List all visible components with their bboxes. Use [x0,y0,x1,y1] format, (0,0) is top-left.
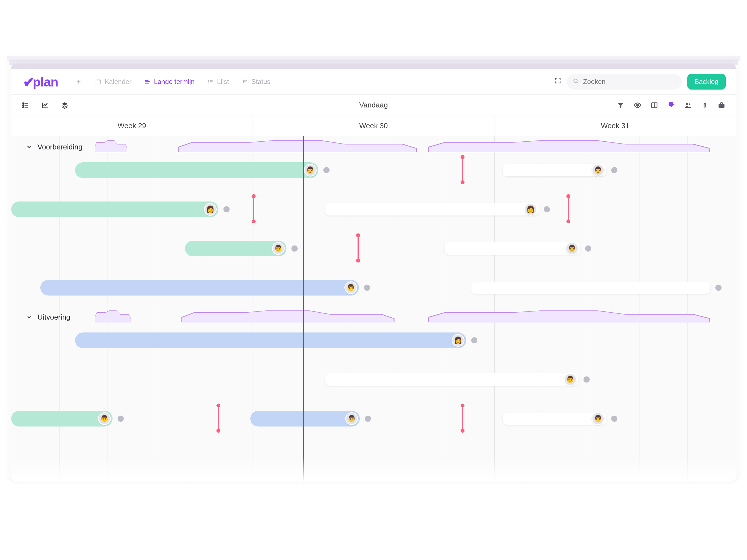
nav-calendar[interactable]: Kalender [95,78,132,86]
svg-point-11 [637,104,639,106]
nav-item-label: Lijst [217,78,229,86]
task-bar[interactable]: 👨 [185,241,286,256]
board-icon [241,78,249,85]
assignee-avatar[interactable]: 👩 [204,203,217,216]
group-header[interactable]: Voorbereiding [11,139,736,155]
group-header[interactable]: Uitvoering [11,309,736,325]
svg-rect-19 [719,104,725,108]
deadline-pin[interactable] [358,235,359,261]
status-dot[interactable] [611,167,617,173]
svg-point-3 [209,83,209,83]
app-logo[interactable]: ✔ plan [23,74,58,90]
deadline-pin[interactable] [253,196,254,222]
week-column[interactable]: Week 29 [11,116,253,136]
fullscreen-icon[interactable] [554,77,561,86]
chevron-down-icon [26,314,32,320]
filter-icon[interactable] [617,101,625,109]
assignee-avatar[interactable]: 👨 [304,164,317,177]
svg-rect-4 [243,79,244,83]
assignee-avatar[interactable]: 👨 [344,281,357,294]
deadline-pin[interactable] [568,196,569,222]
svg-point-13 [686,103,688,105]
task-bar[interactable]: 👩 [75,332,466,348]
puzzle-icon[interactable] [667,101,675,109]
eye-icon[interactable] [633,101,642,109]
svg-point-10 [23,107,24,108]
task-bar[interactable]: 👨 [75,162,318,178]
task-bar[interactable]: 👩 [325,203,539,215]
svg-rect-0 [96,80,101,84]
svg-point-18 [704,106,705,107]
deadline-pin[interactable] [218,405,219,431]
nav-list[interactable]: Lijst [207,78,229,86]
svg-point-2 [209,81,209,82]
svg-point-17 [704,105,705,106]
nav-item-label: Status [252,78,271,86]
nav-status[interactable]: Status [241,78,271,86]
nav-item-label: Kalender [105,78,132,86]
task-bar[interactable]: 👨 [503,412,606,425]
assignee-avatar[interactable]: 👩 [524,203,537,216]
list-icon [207,78,214,85]
chevron-down-icon [26,144,32,150]
chart-icon[interactable] [41,101,49,109]
assignee-avatar[interactable]: 👨 [592,164,604,177]
group-name: Voorbereiding [37,143,82,152]
task-bar[interactable]: 👨 [11,411,112,427]
checklist-icon[interactable] [21,101,30,109]
app-window: ✔ plan Kalender Lange termijn Lijst [11,64,736,482]
svg-point-16 [704,104,705,104]
assignee-avatar[interactable]: 👨 [592,412,604,425]
today-button[interactable]: Vandaag [359,101,388,109]
deadline-pin[interactable] [462,405,463,431]
nav-item-label: Lange termijn [154,78,195,86]
svg-point-1 [209,80,209,81]
search-input[interactable] [583,78,675,86]
task-bar[interactable]: 👨 [325,373,579,385]
status-dot[interactable] [365,416,371,422]
now-indicator [303,136,304,482]
task-bar[interactable]: 👨 [503,164,606,176]
logo-text: plan [33,75,58,89]
window-titlebar [11,64,736,69]
traffic-icon[interactable] [700,101,709,109]
assignee-avatar[interactable]: 👨 [98,412,111,425]
timeline-canvas[interactable]: Voorbereiding 👨👨👩👩👨👨👨 Uitvoering 👩👨👨👨👨 [11,136,736,482]
columns-icon[interactable] [650,101,659,109]
group-name: Uitvoering [37,313,70,322]
assignee-avatar[interactable]: 👨 [272,242,285,255]
search-icon [572,78,579,86]
briefcase-icon[interactable] [717,101,726,109]
week-column[interactable]: Week 31 [494,116,736,136]
assignee-avatar[interactable]: 👩 [452,334,464,347]
task-bar[interactable] [471,282,710,294]
task-bar[interactable]: 👨 [250,411,360,427]
svg-point-7 [574,79,577,82]
layers-icon[interactable] [60,101,69,109]
svg-rect-5 [244,79,246,82]
plus-icon [75,78,82,85]
nav-long-term[interactable]: Lange termijn [144,78,195,86]
week-column[interactable]: Week 30 [253,116,494,136]
task-bar[interactable]: 👩 [11,202,218,217]
task-bar[interactable]: 👨 [40,280,359,296]
status-dot[interactable] [585,245,591,251]
assignee-avatar[interactable]: 👨 [564,373,577,386]
team-icon[interactable] [684,101,692,109]
svg-rect-6 [246,79,247,81]
status-dot[interactable] [611,416,617,422]
nav-add-button[interactable] [75,78,82,85]
logo-check-icon: ✔ [23,74,34,90]
search-field[interactable] [567,74,682,89]
backlog-button[interactable]: Backlog [687,74,726,89]
status-dot[interactable] [544,206,550,212]
assignee-avatar[interactable]: 👨 [566,242,578,255]
task-bar[interactable]: 👨 [445,242,580,255]
status-dot[interactable] [224,206,230,212]
lines-icon [144,78,151,85]
calendar-icon [95,78,102,85]
assignee-avatar[interactable]: 👨 [345,412,358,425]
svg-point-14 [689,103,691,105]
view-toolbar: Vandaag [11,95,736,116]
deadline-pin[interactable] [462,157,463,183]
